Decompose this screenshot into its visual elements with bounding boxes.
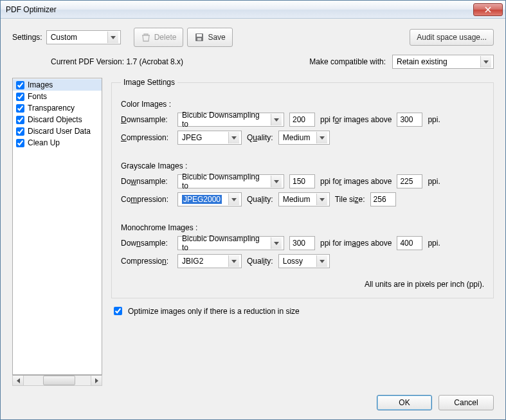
category-item-clean-up[interactable]: Clean Up: [13, 137, 102, 149]
ok-button[interactable]: OK: [377, 395, 432, 410]
category-checkbox[interactable]: [16, 93, 24, 101]
chevron-down-icon: [271, 237, 282, 249]
category-checkbox[interactable]: [16, 127, 24, 136]
compat-label: Make compatible with:: [309, 57, 386, 66]
delete-button[interactable]: Delete: [134, 28, 184, 47]
optimize-row: Optimize images only if there is a reduc…: [111, 305, 494, 317]
category-list[interactable]: Images Fonts Transparency Discard Object…: [12, 78, 102, 375]
gray-downsample-dropdown[interactable]: Bicubic Downsampling to: [177, 174, 284, 188]
compression-label: Compression:: [121, 257, 172, 266]
color-downsample-row: Downsample: Bicubic Downsampling to ppi …: [121, 113, 484, 127]
color-compression-dropdown[interactable]: JPEG: [177, 131, 242, 145]
color-images-title: Color Images :: [121, 100, 484, 109]
tile-label: Tile size:: [335, 195, 365, 204]
color-ppi-input[interactable]: [289, 113, 315, 127]
scroll-left-button[interactable]: [13, 376, 24, 385]
audit-button[interactable]: Audit space usage...: [410, 29, 494, 46]
gray-above-input[interactable]: [397, 174, 422, 188]
scroll-thumb[interactable]: [43, 376, 75, 385]
ppi-unit: ppi.: [428, 115, 440, 124]
quality-label: Quality:: [247, 257, 273, 266]
settings-dropdown[interactable]: Custom: [46, 30, 121, 44]
floppy-icon: [194, 32, 204, 42]
category-label: Transparency: [28, 104, 75, 113]
settings-panel: Image Settings Color Images : Downsample…: [111, 78, 494, 386]
color-compression-row: Compression: JPEG Quality: Medium: [121, 131, 484, 145]
downsample-label: Downsample:: [121, 115, 172, 124]
above-label: ppi for images above: [320, 115, 392, 124]
compression-label: Compression:: [121, 195, 172, 204]
optimize-label: Optimize images only if there is a reduc…: [128, 307, 300, 316]
mono-compression-row: Compression: JBIG2 Quality: Lossy: [121, 254, 484, 268]
pdf-optimizer-dialog: PDF Optimizer Settings: Custom Delete Sa…: [0, 0, 506, 420]
save-button[interactable]: Save: [187, 28, 232, 47]
category-label: Discard Objects: [28, 115, 82, 124]
gray-tile-input[interactable]: [370, 192, 396, 206]
gray-compression-row: Compression: JPEG2000 Quality: Medium Ti…: [121, 192, 484, 206]
mono-quality-dropdown[interactable]: Lossy: [278, 254, 330, 268]
cancel-button[interactable]: Cancel: [438, 395, 494, 410]
category-checkbox[interactable]: [16, 116, 24, 124]
compat-dropdown[interactable]: Retain existing: [392, 55, 494, 69]
horizontal-scrollbar[interactable]: [12, 375, 102, 386]
dialog-body: Settings: Custom Delete Save Audit space…: [1, 19, 505, 419]
toolbar: Settings: Custom Delete Save Audit space…: [12, 28, 494, 47]
color-downsample-dropdown[interactable]: Bicubic Downsampling to: [177, 113, 284, 127]
mono-compression-dropdown[interactable]: JBIG2: [177, 254, 242, 268]
close-icon: [485, 6, 491, 13]
gray-ppi-input[interactable]: [289, 174, 315, 188]
mono-above-input[interactable]: [397, 236, 422, 250]
category-label: Discard User Data: [28, 127, 91, 136]
window-title: PDF Optimizer: [6, 5, 57, 14]
category-item-transparency[interactable]: Transparency: [13, 102, 102, 114]
downsample-label: Downsample:: [121, 239, 172, 248]
category-label: Images: [28, 80, 53, 89]
compat-value: Retain existing: [397, 57, 447, 66]
scroll-right-button[interactable]: [91, 376, 102, 385]
category-checkbox[interactable]: [16, 139, 24, 147]
category-item-discard-objects[interactable]: Discard Objects: [13, 114, 102, 125]
mono-images-title: Monochrome Images :: [121, 223, 484, 232]
chevron-down-icon: [480, 56, 491, 68]
chevron-down-icon: [228, 194, 239, 205]
category-label: Fonts: [28, 92, 47, 101]
close-button[interactable]: [473, 3, 503, 16]
quality-label: Quality:: [247, 133, 273, 142]
category-item-images[interactable]: Images: [13, 79, 102, 91]
units-note: All units are in pixels per inch (ppi).: [121, 280, 484, 289]
category-item-fonts[interactable]: Fonts: [13, 91, 102, 102]
gray-compression-dropdown[interactable]: JPEG2000: [177, 192, 242, 206]
chevron-down-icon: [271, 176, 282, 187]
settings-label: Settings:: [12, 33, 42, 42]
chevron-down-icon: [228, 255, 239, 267]
chevron-down-icon: [316, 255, 327, 267]
above-label: ppi for images above: [320, 239, 392, 248]
category-item-discard-user-data[interactable]: Discard User Data: [13, 125, 102, 137]
chevron-down-icon: [316, 132, 327, 143]
chevron-down-icon: [107, 32, 118, 43]
above-label: ppi for images above: [320, 177, 392, 186]
optimize-checkbox[interactable]: [114, 307, 122, 315]
ppi-unit: ppi.: [428, 239, 440, 248]
svg-rect-1: [197, 34, 202, 37]
color-quality-dropdown[interactable]: Medium: [278, 131, 330, 145]
version-row: Current PDF Version: 1.7 (Acrobat 8.x) M…: [12, 55, 494, 69]
grayscale-images-title: Grayscale Images :: [121, 161, 484, 170]
chevron-down-icon: [271, 114, 282, 125]
category-checkbox[interactable]: [16, 104, 24, 113]
category-label: Clean Up: [28, 138, 60, 147]
gray-quality-dropdown[interactable]: Medium: [278, 192, 330, 206]
image-settings-group: Image Settings Color Images : Downsample…: [111, 78, 494, 298]
mono-downsample-dropdown[interactable]: Bicubic Downsampling to: [177, 236, 284, 250]
downsample-label: Downsample:: [121, 177, 172, 186]
trash-icon: [141, 32, 151, 42]
color-above-input[interactable]: [397, 113, 422, 127]
main-area: Images Fonts Transparency Discard Object…: [12, 78, 494, 386]
svg-rect-2: [197, 38, 201, 41]
chevron-down-icon: [228, 132, 239, 143]
gray-downsample-row: Downsample: Bicubic Downsampling to ppi …: [121, 174, 484, 188]
mono-ppi-input[interactable]: [289, 236, 315, 250]
mono-downsample-row: Downsample: Bicubic Downsampling to ppi …: [121, 236, 484, 250]
category-checkbox[interactable]: [16, 81, 24, 89]
quality-label: Quality:: [247, 195, 273, 204]
